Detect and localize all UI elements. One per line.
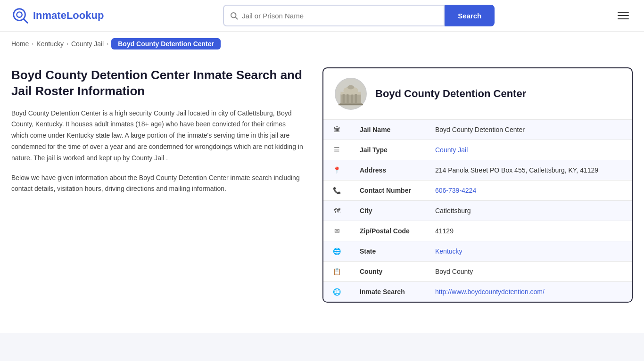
info-table: 🏛Jail NameBoyd County Detention Center☰J… [323, 120, 632, 302]
row-label: Jail Name [350, 120, 426, 140]
row-value[interactable]: County Jail [426, 140, 632, 160]
row-label: County [350, 262, 426, 282]
page-title: Boyd County Detention Center Inmate Sear… [11, 67, 304, 99]
svg-rect-7 [343, 94, 345, 103]
table-row: 🌐Inmate Searchhttp://www.boydcountydeten… [323, 282, 632, 302]
state-icon: 🌐 [323, 241, 350, 262]
row-link[interactable]: 606-739-4224 [435, 187, 476, 194]
logo-prefix: Inmate [33, 9, 66, 21]
table-row: 📋CountyBoyd County [323, 262, 632, 282]
jail-icon: 🏛 [323, 120, 350, 140]
row-value[interactable]: http://www.boydcountydetention.com/ [426, 282, 632, 302]
table-row: ✉Zip/Postal Code41129 [323, 221, 632, 241]
web-icon: 🌐 [323, 282, 350, 302]
svg-point-13 [347, 85, 354, 90]
table-row: 🗺CityCatlettsburg [323, 201, 632, 221]
table-row: 🌐StateKentucky [323, 241, 632, 262]
zip-icon: ✉ [323, 221, 350, 241]
city-icon: 🗺 [323, 201, 350, 221]
row-value: Boyd County [426, 262, 632, 282]
left-panel: Boyd County Detention Center Inmate Sear… [11, 67, 322, 203]
hamburger-line-2 [618, 15, 629, 16]
breadcrumb-chevron-1: › [32, 41, 33, 47]
row-value[interactable]: 606-739-4224 [426, 181, 632, 201]
row-value: Boyd County Detention Center [426, 120, 632, 140]
search-area: Search [223, 5, 495, 26]
row-label: Inmate Search [350, 282, 426, 302]
search-icon [230, 11, 238, 20]
svg-line-4 [236, 17, 238, 19]
breadcrumb: Home › Kentucky › County Jail › Boyd Cou… [0, 32, 644, 56]
hamburger-line-3 [618, 18, 629, 19]
row-link[interactable]: County Jail [435, 146, 468, 154]
row-value: 214 Panola Street PO Box 455, Catlettsbu… [426, 160, 632, 181]
breadcrumb-chevron-3: › [107, 41, 108, 47]
svg-point-1 [17, 12, 22, 17]
page-desc-1: Boyd County Detention Center is a high s… [11, 108, 304, 164]
search-input[interactable] [242, 12, 438, 20]
info-card: Boyd County Detention Center 🏛Jail NameB… [322, 67, 633, 303]
svg-rect-12 [347, 89, 354, 92]
svg-rect-9 [351, 94, 353, 103]
hamburger-line-1 [618, 12, 629, 13]
right-panel: Boyd County Detention Center 🏛Jail NameB… [322, 67, 633, 303]
row-value: Catlettsburg [426, 201, 632, 221]
breadcrumb-type[interactable]: County Jail [71, 40, 104, 48]
row-label: Jail Type [350, 140, 426, 160]
logo-text: InmateLookup [33, 9, 104, 22]
svg-rect-8 [347, 94, 348, 103]
row-link[interactable]: Kentucky [435, 247, 462, 255]
main-content: Boyd County Detention Center Inmate Sear… [0, 56, 644, 314]
card-header: Boyd County Detention Center [323, 68, 632, 120]
search-wrapper [223, 5, 445, 26]
breadcrumb-current: Boyd County Detention Center [111, 38, 221, 49]
page-desc-2: Below we have given information about th… [11, 173, 304, 195]
type-icon: ☰ [323, 140, 350, 160]
svg-rect-10 [355, 94, 357, 103]
logo-link[interactable]: InmateLookup [11, 7, 104, 25]
facility-avatar [335, 78, 367, 110]
breadcrumb-state[interactable]: Kentucky [36, 40, 64, 48]
logo-suffix: Lookup [66, 9, 104, 21]
table-row: 🏛Jail NameBoyd County Detention Center [323, 120, 632, 140]
table-row: 📍Address214 Panola Street PO Box 455, Ca… [323, 160, 632, 181]
row-value[interactable]: Kentucky [426, 241, 632, 262]
row-label: Zip/Postal Code [350, 221, 426, 241]
row-label: Contact Number [350, 181, 426, 201]
row-link[interactable]: http://www.boydcountydetention.com/ [435, 288, 545, 296]
address-icon: 📍 [323, 160, 350, 181]
footer-bar [0, 333, 644, 361]
county-icon: 📋 [323, 262, 350, 282]
hamburger-menu[interactable] [614, 8, 633, 23]
table-row: 📞Contact Number606-739-4224 [323, 181, 632, 201]
table-row: ☰Jail TypeCounty Jail [323, 140, 632, 160]
search-button[interactable]: Search [445, 5, 495, 26]
logo-icon [11, 7, 29, 25]
row-label: State [350, 241, 426, 262]
svg-rect-15 [339, 104, 363, 106]
breadcrumb-home[interactable]: Home [11, 40, 29, 48]
phone-icon: 📞 [323, 181, 350, 201]
svg-line-2 [24, 19, 28, 23]
row-value: 41129 [426, 221, 632, 241]
header: InmateLookup Search [0, 0, 644, 32]
card-title: Boyd County Detention Center [375, 88, 526, 100]
row-label: Address [350, 160, 426, 181]
breadcrumb-chevron-2: › [66, 41, 68, 47]
building-svg [339, 82, 363, 106]
row-label: City [350, 201, 426, 221]
